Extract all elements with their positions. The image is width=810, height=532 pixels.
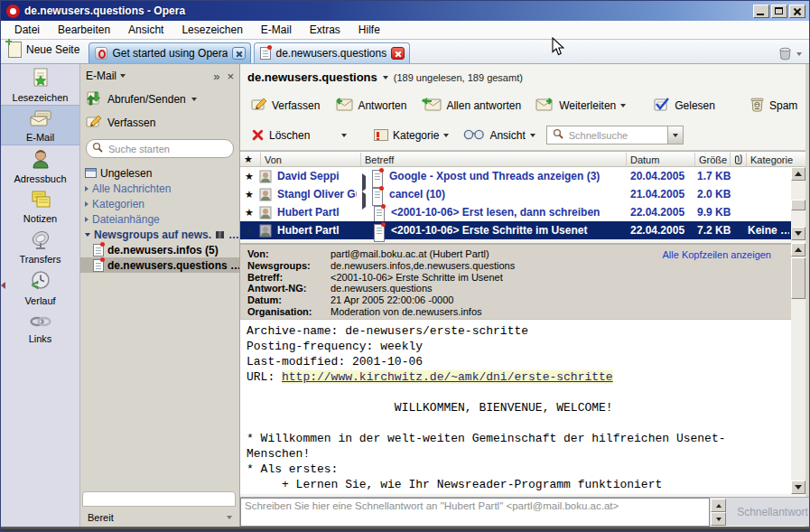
message-size: 7.2 KB xyxy=(697,221,731,239)
panel-expand-icon[interactable]: » xyxy=(213,70,219,83)
maximize-button[interactable] xyxy=(771,5,787,18)
star-icon[interactable]: ★ xyxy=(245,167,254,185)
chain-links-icon xyxy=(29,313,52,332)
send-receive-dropdown-icon[interactable] xyxy=(191,98,197,101)
minimize-button[interactable] xyxy=(753,5,769,18)
mail-panel: E-Mail » × Abrufen/Senden Verfassen Unge… xyxy=(80,64,240,527)
tree-item-dateianhaenge[interactable]: Dateianhänge xyxy=(80,211,239,227)
star-icon[interactable]: ★ xyxy=(245,203,254,221)
close-button[interactable] xyxy=(789,5,805,18)
trash-icon[interactable] xyxy=(777,45,793,63)
category-button[interactable]: Kategorie xyxy=(370,127,452,144)
sidebar-item-lesezeichen[interactable]: Lesezeichen xyxy=(1,64,79,105)
column-flag[interactable]: ★ xyxy=(240,153,260,166)
trash-dropdown-icon[interactable] xyxy=(796,52,802,56)
tree-item-alle-nachrichten[interactable]: Alle Nachrichten xyxy=(80,181,239,196)
compose-button[interactable]: Verfassen xyxy=(80,111,239,134)
menu-bearbeiten[interactable]: Bearbeiten xyxy=(50,22,118,38)
menu-lesezeichen[interactable]: Lesezeichen xyxy=(173,22,250,38)
spin-down-button[interactable] xyxy=(711,512,726,526)
panel-title-dropdown-icon[interactable] xyxy=(120,74,126,78)
tab-get-started[interactable]: Get started using Opera xyxy=(88,42,251,63)
tab-close-icon[interactable] xyxy=(232,47,246,60)
menu-extras[interactable]: Extras xyxy=(302,22,349,38)
new-page-button[interactable]: Neue Seite xyxy=(1,39,88,63)
sidebar-item-links[interactable]: Links xyxy=(1,308,79,349)
category-dropdown-icon[interactable] xyxy=(443,134,449,137)
sidebar-item-verlauf[interactable]: Verlauf xyxy=(1,267,79,308)
quicksearch-dropdown-button[interactable] xyxy=(667,126,683,144)
sidebar-item-transfers[interactable]: Transfers xyxy=(1,227,79,267)
scroll-down-button[interactable] xyxy=(791,227,805,240)
quicksearch-input[interactable] xyxy=(567,129,657,142)
menu-email[interactable]: E-Mail xyxy=(253,22,300,38)
panel-search-input[interactable] xyxy=(107,143,228,155)
message-row[interactable]: ★ Hubert Partl <2001-10-06> Erst lesen, … xyxy=(240,203,805,221)
view-button[interactable]: Ansicht xyxy=(460,126,538,145)
show-all-headers-link[interactable]: Alle Kopfzeilen anzeigen xyxy=(663,249,771,260)
column-kategorie[interactable]: Kategorie xyxy=(746,153,791,166)
status-dropdown-icon[interactable] xyxy=(227,516,232,519)
quicksearch-box[interactable] xyxy=(546,126,684,145)
message-row-selected[interactable]: ★ Hubert Partl <2001-10-06> Erste Schrit… xyxy=(240,221,805,239)
collapse-arrow-icon[interactable] xyxy=(85,233,90,237)
window-bottom-edge xyxy=(1,527,809,531)
expand-arrow-icon[interactable] xyxy=(85,217,88,222)
tree-item-newsgroups-server[interactable]: Newsgroups auf news.… xyxy=(80,227,239,242)
menu-ansicht[interactable]: Ansicht xyxy=(120,22,172,38)
tree-item-de-newusers-infos[interactable]: de.newusers.infos (5) xyxy=(80,242,239,257)
scroll-thumb[interactable] xyxy=(791,257,805,299)
star-icon[interactable]: ★ xyxy=(245,221,254,239)
column-datum[interactable]: Datum xyxy=(626,153,694,166)
forward-button[interactable]: Weiterleiten xyxy=(532,95,629,116)
sidebar-item-adressbuch[interactable]: Adressbuch xyxy=(1,145,79,186)
tab-close-icon[interactable] xyxy=(391,47,405,60)
scroll-thumb[interactable] xyxy=(791,200,805,210)
spin-up-button[interactable] xyxy=(711,499,726,512)
tree-item-ungelesen[interactable]: Ungelesen xyxy=(80,165,239,181)
delete-dropdown-icon[interactable] xyxy=(341,134,347,137)
menu-datei[interactable]: Datei xyxy=(6,22,48,38)
reply-button[interactable]: Antworten xyxy=(331,95,410,116)
menu-hilfe[interactable]: Hilfe xyxy=(350,22,388,38)
panel-collapse-handle[interactable] xyxy=(1,279,5,292)
column-betreff[interactable]: Betreff xyxy=(360,153,626,166)
mark-read-button[interactable]: Gelesen xyxy=(649,95,719,117)
view-dropdown-icon[interactable] xyxy=(530,134,535,137)
panel-close-icon[interactable]: × xyxy=(227,70,234,83)
message-icon xyxy=(374,224,385,242)
body-url-link[interactable]: http://www.kirchwitz.de/~amk/dni/erste-s… xyxy=(282,370,613,384)
message-row[interactable]: ★ David Seppi Google - Xpost und Threads… xyxy=(240,167,805,185)
quick-reply-button[interactable]: Schnellantwort xyxy=(734,498,810,527)
sidebar-item-email[interactable]: E-Mail xyxy=(1,105,79,145)
expand-arrow-icon[interactable] xyxy=(85,186,88,191)
tab-newusers-questions[interactable]: de.newusers.questions xyxy=(254,42,410,63)
tree-item-de-newusers-questions[interactable]: de.newusers.questions … xyxy=(80,257,239,273)
quick-reply-input[interactable] xyxy=(240,498,710,527)
spam-button[interactable]: Spam xyxy=(746,95,801,117)
panel-selector-rail: Lesezeichen E-Mail Adressbuch Notizen Tr… xyxy=(1,64,80,527)
scroll-up-button[interactable] xyxy=(791,243,805,257)
scroll-up-button[interactable] xyxy=(791,167,805,181)
delete-button[interactable]: Löschen xyxy=(247,126,334,144)
star-icon[interactable]: ★ xyxy=(245,185,254,203)
column-attachment[interactable] xyxy=(730,153,746,166)
column-von[interactable]: Von xyxy=(260,153,360,166)
scroll-down-button[interactable] xyxy=(791,481,805,494)
compose-message-button[interactable]: Verfassen xyxy=(247,95,323,116)
column-groesse[interactable]: Größe xyxy=(694,153,730,166)
reply-all-button[interactable]: Allen antworten xyxy=(417,95,525,116)
expand-arrow-icon[interactable] xyxy=(85,201,88,207)
message-pane-scrollbar[interactable] xyxy=(791,243,805,494)
newsgroup-dropdown-icon[interactable] xyxy=(383,76,388,79)
message-row[interactable]: ★ Stangl Oliver Gue… cancel (10) 21.04.2… xyxy=(240,185,805,203)
mail-toolbar-secondary: Löschen Kategorie Ansicht xyxy=(240,120,805,151)
panel-search-box[interactable] xyxy=(86,139,234,158)
message-list-scrollbar[interactable] xyxy=(791,167,805,240)
send-receive-button[interactable]: Abrufen/Senden xyxy=(80,88,239,111)
sidebar-item-notizen[interactable]: Notizen xyxy=(1,186,79,227)
forward-dropdown-icon[interactable] xyxy=(620,104,626,107)
quick-reply-bar: Schnellantwort xyxy=(240,497,810,526)
minimize-icon xyxy=(757,14,764,15)
tree-item-kategorien[interactable]: Kategorien xyxy=(80,196,239,211)
